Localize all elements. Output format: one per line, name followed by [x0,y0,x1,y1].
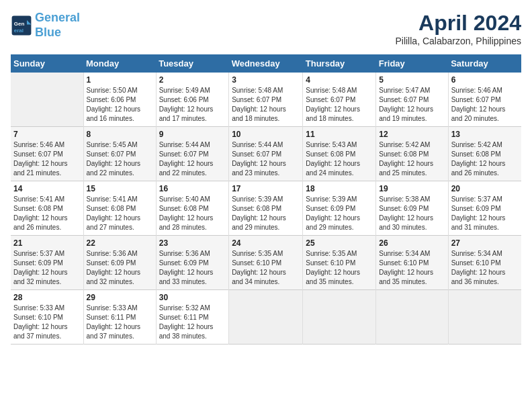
day-number: 2 [159,75,226,85]
day-info: Sunrise: 5:37 AM Sunset: 6:09 PM Dayligh… [451,195,519,232]
weekday-header-monday: Monday [83,54,156,73]
day-info: Sunrise: 5:46 AM Sunset: 6:07 PM Dayligh… [451,86,519,124]
day-info: Sunrise: 5:42 AM Sunset: 6:08 PM Dayligh… [379,140,445,178]
calendar-week-2: 7Sunrise: 5:46 AM Sunset: 6:07 PM Daylig… [11,127,521,181]
day-info: Sunrise: 5:44 AM Sunset: 6:07 PM Dayligh… [159,140,226,178]
day-info: Sunrise: 5:43 AM Sunset: 6:08 PM Dayligh… [306,140,373,178]
calendar-cell: 20Sunrise: 5:37 AM Sunset: 6:09 PM Dayli… [448,181,521,236]
weekday-header-saturday: Saturday [448,54,521,73]
day-info: Sunrise: 5:34 AM Sunset: 6:10 PM Dayligh… [379,249,445,287]
day-info: Sunrise: 5:39 AM Sunset: 6:09 PM Dayligh… [306,195,373,232]
calendar-cell: 27Sunrise: 5:34 AM Sunset: 6:10 PM Dayli… [448,236,521,290]
calendar-cell [229,290,303,345]
calendar-header: SundayMondayTuesdayWednesdayThursdayFrid… [11,54,521,73]
day-number: 3 [232,75,300,85]
day-info: Sunrise: 5:32 AM Sunset: 6:11 PM Dayligh… [159,304,226,341]
day-number: 18 [306,184,373,193]
calendar-cell: 5Sunrise: 5:47 AM Sunset: 6:07 PM Daylig… [376,73,448,127]
day-number: 11 [306,130,373,139]
day-number: 15 [87,184,153,193]
day-info: Sunrise: 5:34 AM Sunset: 6:10 PM Dayligh… [451,249,519,287]
day-number: 14 [13,184,81,193]
calendar-cell: 16Sunrise: 5:40 AM Sunset: 6:08 PM Dayli… [156,181,228,236]
day-info: Sunrise: 5:48 AM Sunset: 6:07 PM Dayligh… [306,86,373,124]
svg-text:eral: eral [14,27,24,33]
calendar-table: SundayMondayTuesdayWednesdayThursdayFrid… [11,54,521,345]
day-number: 29 [87,293,153,302]
calendar-cell: 6Sunrise: 5:46 AM Sunset: 6:07 PM Daylig… [448,73,521,127]
weekday-header-sunday: Sunday [11,54,83,73]
location-subtitle: Pililla, Calabarzon, Philippines [395,36,521,46]
calendar-cell: 1Sunrise: 5:50 AM Sunset: 6:06 PM Daylig… [83,73,156,127]
day-number: 5 [379,75,445,85]
logo-text: GeneralBlue [35,11,80,40]
day-number: 10 [232,130,300,139]
calendar-week-4: 21Sunrise: 5:37 AM Sunset: 6:09 PM Dayli… [11,236,521,290]
calendar-cell: 28Sunrise: 5:33 AM Sunset: 6:10 PM Dayli… [11,290,83,345]
day-number: 13 [451,130,519,139]
logo: Gen eral GeneralBlue [11,11,80,40]
day-info: Sunrise: 5:49 AM Sunset: 6:06 PM Dayligh… [159,86,226,124]
day-number: 20 [451,184,519,193]
day-number: 30 [159,293,226,302]
calendar-cell: 19Sunrise: 5:38 AM Sunset: 6:09 PM Dayli… [376,181,448,236]
day-info: Sunrise: 5:33 AM Sunset: 6:10 PM Dayligh… [13,304,81,341]
day-number: 4 [306,75,373,85]
calendar-cell: 11Sunrise: 5:43 AM Sunset: 6:08 PM Dayli… [303,127,376,181]
day-number: 26 [379,238,445,248]
calendar-cell [303,290,376,345]
day-number: 9 [159,130,226,139]
day-info: Sunrise: 5:42 AM Sunset: 6:08 PM Dayligh… [451,140,519,178]
day-info: Sunrise: 5:47 AM Sunset: 6:07 PM Dayligh… [379,86,445,124]
day-number: 16 [159,184,226,193]
day-number: 21 [13,238,81,248]
title-block: April 2024 Pililla, Calabarzon, Philippi… [395,11,521,46]
page-header: Gen eral GeneralBlue April 2024 Pililla,… [11,11,521,46]
day-info: Sunrise: 5:41 AM Sunset: 6:08 PM Dayligh… [87,195,153,232]
day-info: Sunrise: 5:35 AM Sunset: 6:10 PM Dayligh… [232,249,300,287]
calendar-cell: 2Sunrise: 5:49 AM Sunset: 6:06 PM Daylig… [156,73,228,127]
day-info: Sunrise: 5:45 AM Sunset: 6:07 PM Dayligh… [87,140,153,178]
day-info: Sunrise: 5:36 AM Sunset: 6:09 PM Dayligh… [87,249,153,287]
calendar-cell: 29Sunrise: 5:33 AM Sunset: 6:11 PM Dayli… [83,290,156,345]
day-info: Sunrise: 5:39 AM Sunset: 6:08 PM Dayligh… [232,195,300,232]
calendar-cell [376,290,448,345]
calendar-week-5: 28Sunrise: 5:33 AM Sunset: 6:10 PM Dayli… [11,290,521,345]
day-info: Sunrise: 5:46 AM Sunset: 6:07 PM Dayligh… [13,140,81,178]
weekday-header-tuesday: Tuesday [156,54,228,73]
day-info: Sunrise: 5:48 AM Sunset: 6:07 PM Dayligh… [232,86,300,124]
month-title: April 2024 [395,11,521,36]
day-number: 23 [159,238,226,248]
calendar-cell: 30Sunrise: 5:32 AM Sunset: 6:11 PM Dayli… [156,290,228,345]
calendar-cell: 10Sunrise: 5:44 AM Sunset: 6:07 PM Dayli… [229,127,303,181]
day-number: 6 [451,75,519,85]
day-number: 25 [306,238,373,248]
day-number: 12 [379,130,445,139]
calendar-cell: 3Sunrise: 5:48 AM Sunset: 6:07 PM Daylig… [229,73,303,127]
calendar-cell: 26Sunrise: 5:34 AM Sunset: 6:10 PM Dayli… [376,236,448,290]
day-number: 8 [87,130,153,139]
calendar-cell: 13Sunrise: 5:42 AM Sunset: 6:08 PM Dayli… [448,127,521,181]
calendar-cell: 24Sunrise: 5:35 AM Sunset: 6:10 PM Dayli… [229,236,303,290]
day-info: Sunrise: 5:50 AM Sunset: 6:06 PM Dayligh… [87,86,153,124]
calendar-cell: 18Sunrise: 5:39 AM Sunset: 6:09 PM Dayli… [303,181,376,236]
calendar-cell: 4Sunrise: 5:48 AM Sunset: 6:07 PM Daylig… [303,73,376,127]
day-info: Sunrise: 5:37 AM Sunset: 6:09 PM Dayligh… [13,249,81,287]
calendar-cell [11,73,83,127]
day-number: 28 [13,293,81,302]
calendar-cell: 8Sunrise: 5:45 AM Sunset: 6:07 PM Daylig… [83,127,156,181]
calendar-cell: 7Sunrise: 5:46 AM Sunset: 6:07 PM Daylig… [11,127,83,181]
calendar-cell: 23Sunrise: 5:36 AM Sunset: 6:09 PM Dayli… [156,236,228,290]
calendar-cell: 12Sunrise: 5:42 AM Sunset: 6:08 PM Dayli… [376,127,448,181]
calendar-cell: 14Sunrise: 5:41 AM Sunset: 6:08 PM Dayli… [11,181,83,236]
calendar-cell: 15Sunrise: 5:41 AM Sunset: 6:08 PM Dayli… [83,181,156,236]
day-number: 19 [379,184,445,193]
calendar-cell: 9Sunrise: 5:44 AM Sunset: 6:07 PM Daylig… [156,127,228,181]
calendar-week-3: 14Sunrise: 5:41 AM Sunset: 6:08 PM Dayli… [11,181,521,236]
day-info: Sunrise: 5:35 AM Sunset: 6:10 PM Dayligh… [306,249,373,287]
calendar-cell: 21Sunrise: 5:37 AM Sunset: 6:09 PM Dayli… [11,236,83,290]
calendar-cell: 22Sunrise: 5:36 AM Sunset: 6:09 PM Dayli… [83,236,156,290]
day-info: Sunrise: 5:33 AM Sunset: 6:11 PM Dayligh… [87,304,153,341]
day-number: 22 [87,238,153,248]
day-info: Sunrise: 5:38 AM Sunset: 6:09 PM Dayligh… [379,195,445,232]
